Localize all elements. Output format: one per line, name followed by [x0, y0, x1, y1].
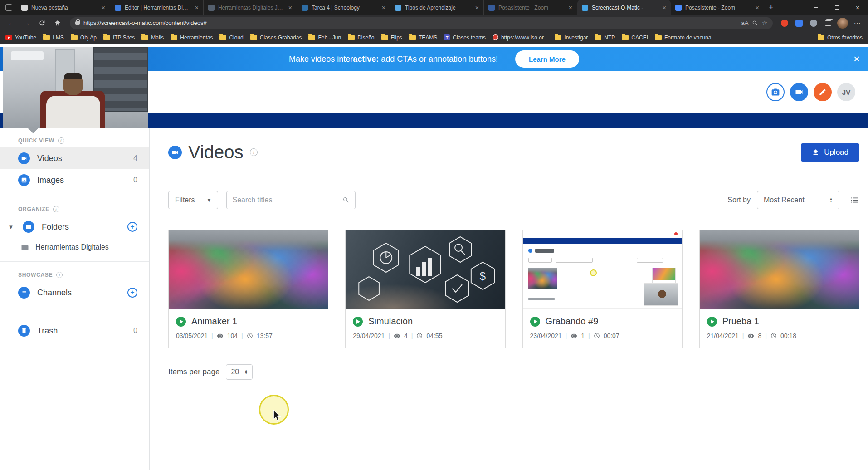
bookmark-item[interactable]: Obj Ap [71, 34, 97, 41]
user-avatar[interactable]: JV [837, 83, 855, 101]
sidebar-item-images[interactable]: Images 0 [0, 169, 149, 191]
chevron-down-icon[interactable]: ▼ [6, 224, 15, 230]
bookmark-item[interactable]: Herramientas [171, 34, 213, 41]
back-button[interactable]: ← [5, 17, 18, 29]
bookmark-item[interactable]: Mails [141, 34, 164, 41]
tab-close-icon[interactable]: × [568, 4, 573, 11]
sidebar: QUICK VIEW i Videos 4 Images 0 ORGANIZE … [0, 128, 150, 470]
info-icon[interactable]: i [53, 206, 59, 212]
bookmark-folder-icon [818, 35, 824, 40]
list-view-toggle[interactable] [849, 195, 859, 205]
browser-tab[interactable]: Editor | Herramientas Digi... × [110, 0, 204, 15]
learn-more-button[interactable]: Learn More [515, 50, 579, 68]
browser-tab[interactable]: Tarea 4 | Schoology × [297, 0, 390, 15]
edit-button[interactable] [814, 83, 832, 101]
video-card[interactable]: $ [168, 230, 328, 348]
bookmark-item[interactable]: Flips [381, 34, 402, 41]
tab-search-icon[interactable] [5, 4, 12, 11]
tab-close-icon[interactable]: × [288, 4, 293, 11]
sidebar-folder-herramientas-digitales[interactable]: Herramientas Digitales [0, 238, 149, 257]
new-tab-button[interactable]: + [764, 3, 779, 15]
search-input[interactable] [232, 196, 342, 204]
extension-icon[interactable] [807, 17, 820, 29]
bookmark-folder-icon [381, 35, 388, 40]
window-minimize-button[interactable] [805, 0, 826, 15]
other-favorites-button[interactable]: Otros favoritos [811, 34, 863, 41]
tab-close-icon[interactable]: × [194, 4, 200, 11]
pagination-row: Items per page 20 ▲▼ [168, 364, 868, 380]
bookmark-item[interactable]: ITP Sites [103, 34, 135, 41]
info-icon[interactable]: i [56, 272, 63, 278]
sort-dropdown[interactable]: Most Recent ▲▼ [757, 191, 839, 209]
video-title: Animaker 1 [191, 316, 237, 327]
separator: | [588, 332, 590, 339]
window-close-button[interactable]: × [847, 0, 868, 15]
tab-close-icon[interactable]: × [755, 4, 760, 11]
browser-tab[interactable]: Nueva pestaña × [17, 0, 110, 15]
sidebar-item-folders[interactable]: ▼ Folders + [0, 216, 149, 238]
browser-tab[interactable]: Tipos de Aprendizaje × [390, 0, 484, 15]
bookmark-item[interactable]: Clases teams [444, 34, 486, 41]
video-thumbnail[interactable]: $ [346, 230, 505, 309]
filters-dropdown[interactable]: Filters ▼ [168, 191, 218, 209]
profile-avatar[interactable] [836, 17, 849, 29]
bookmark-item[interactable]: Diseño [348, 34, 374, 41]
sidebar-item-channels[interactable]: Channels + [0, 282, 149, 304]
bookmark-item[interactable]: https://www.iso.or... [493, 34, 548, 41]
banner-text-bold: active: [353, 54, 379, 64]
thumbnail-image [169, 230, 328, 309]
bookmark-folder-icon [219, 35, 226, 40]
collections-icon[interactable] [822, 17, 834, 29]
bookmark-item[interactable]: Cloud [219, 34, 243, 41]
upload-button[interactable]: Upload [801, 143, 859, 162]
extension-icon[interactable] [793, 17, 805, 29]
tab-close-icon[interactable]: × [381, 4, 386, 11]
extension-icon[interactable] [778, 17, 791, 29]
bookmark-item[interactable]: YouTube [5, 34, 36, 41]
info-icon[interactable]: i [58, 137, 64, 144]
add-channel-button[interactable]: + [127, 288, 137, 298]
browser-tab[interactable]: Posasistente - Zoom × [671, 0, 764, 15]
bookmark-item[interactable]: CACEI [622, 34, 648, 41]
tab-close-icon[interactable]: × [662, 4, 667, 11]
items-per-page-dropdown[interactable]: 20 ▲▼ [226, 364, 253, 380]
bookmark-item[interactable]: Formato de vacuna... [655, 34, 716, 41]
reader-mode-icon[interactable]: aA [741, 20, 748, 26]
window-maximize-button[interactable] [826, 0, 847, 15]
items-per-page-value: 20 [231, 368, 239, 376]
browser-tab[interactable]: Screencast-O-Matic - × [577, 0, 671, 15]
video-thumbnail[interactable]: $ [700, 230, 859, 309]
bookmark-item[interactable]: TEAMS [409, 34, 437, 41]
bookmark-item[interactable]: NTP [595, 34, 615, 41]
bookmark-item[interactable]: Feb - Jun [308, 34, 341, 41]
zoom-icon[interactable] [752, 20, 758, 26]
bookmark-item[interactable]: Investigar [555, 34, 588, 41]
address-bar[interactable]: https://screencast-o-matic.com/content/v… [70, 17, 773, 29]
tab-close-icon[interactable]: × [474, 4, 480, 11]
sidebar-item-videos[interactable]: Videos 4 [0, 147, 149, 169]
info-icon[interactable]: i [250, 148, 258, 156]
browser-tab[interactable]: Posasistente - Zoom × [484, 0, 577, 15]
menu-icon[interactable]: ⋯ [851, 17, 863, 29]
forward-button[interactable]: → [20, 17, 34, 29]
video-card[interactable]: $ [699, 230, 859, 348]
browser-tab[interactable]: Herramientas Digitales JAI... × [204, 0, 297, 15]
favorite-star-icon[interactable]: ☆ [762, 20, 767, 26]
screenshot-camera-button[interactable] [766, 83, 785, 101]
bookmark-item[interactable]: LMS [43, 34, 64, 41]
home-button[interactable] [51, 17, 64, 29]
tab-close-icon[interactable]: × [101, 4, 106, 11]
refresh-button[interactable] [35, 17, 49, 29]
separator: | [388, 332, 390, 339]
thumbnail-image [523, 230, 682, 309]
banner-close-icon[interactable]: × [853, 54, 860, 64]
video-card[interactable]: $ [522, 230, 683, 348]
add-folder-button[interactable]: + [127, 222, 137, 232]
video-thumbnail[interactable]: $ [169, 230, 328, 309]
video-thumbnail[interactable]: $ [523, 230, 682, 309]
search-box[interactable] [226, 191, 356, 209]
record-video-button[interactable] [790, 83, 808, 101]
sidebar-item-trash[interactable]: Trash 0 [0, 320, 149, 342]
video-card[interactable]: $ [345, 230, 505, 348]
bookmark-item[interactable]: Clases Grabadas [250, 34, 302, 41]
